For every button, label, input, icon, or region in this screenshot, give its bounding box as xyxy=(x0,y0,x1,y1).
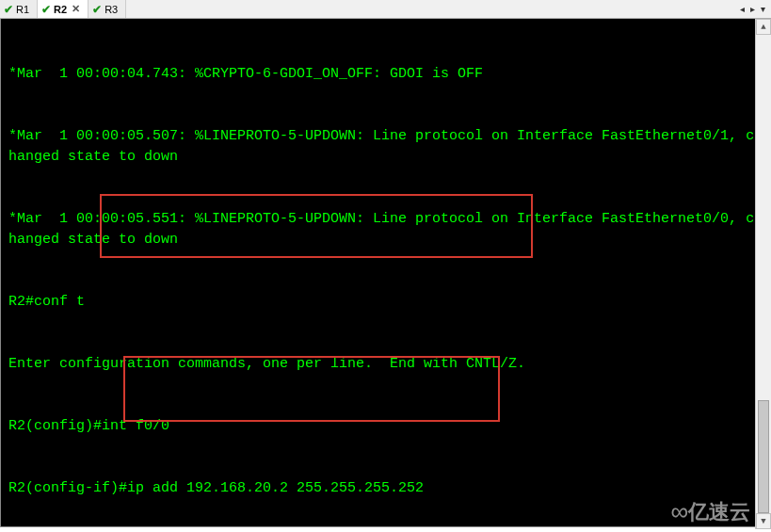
scroll-up-icon[interactable]: ▲ xyxy=(756,19,771,35)
tab-r2[interactable]: ✔ R2 ✕ xyxy=(38,0,88,18)
check-icon: ✔ xyxy=(92,3,102,16)
tab-nav: ◂ ▸ ▾ xyxy=(734,0,771,18)
scroll-down-icon[interactable]: ▼ xyxy=(756,513,771,529)
terminal-line: *Mar 1 00:00:04.743: %CRYPTO-6-GDOI_ON_O… xyxy=(8,64,763,85)
close-icon[interactable]: ✕ xyxy=(72,3,80,15)
tab-label: R1 xyxy=(16,4,29,15)
terminal-line: *Mar 1 00:00:05.551: %LINEPROTO-5-UPDOWN… xyxy=(8,209,763,250)
tab-label: R3 xyxy=(104,4,118,15)
check-icon: ✔ xyxy=(41,3,51,16)
tab-next-icon[interactable]: ▸ xyxy=(748,4,757,14)
scroll-thumb[interactable] xyxy=(758,400,769,513)
terminal-output[interactable]: *Mar 1 00:00:04.743: %CRYPTO-6-GDOI_ON_O… xyxy=(0,19,771,527)
tab-label: R2 xyxy=(54,4,67,15)
watermark: ∞ 亿速云 xyxy=(670,497,750,526)
watermark-logo-icon: ∞ xyxy=(670,497,683,526)
terminal-line: Enter configuration commands, one per li… xyxy=(8,354,763,375)
terminal-line: R2(config-if)#ip add 192.168.20.2 255.25… xyxy=(8,478,763,499)
terminal-line: *Mar 1 00:00:05.507: %LINEPROTO-5-UPDOWN… xyxy=(8,126,763,168)
terminal-line: R2(config)#int f0/0 xyxy=(8,416,763,437)
tab-prev-icon[interactable]: ◂ xyxy=(738,4,747,14)
scrollbar[interactable]: ▲ ▼ xyxy=(755,19,771,529)
tab-bar: ✔ R1 ✔ R2 ✕ ✔ R3 ◂ ▸ ▾ xyxy=(0,0,771,19)
watermark-text: 亿速云 xyxy=(688,498,750,526)
tab-r3[interactable]: ✔ R3 xyxy=(88,0,126,18)
check-icon: ✔ xyxy=(4,3,13,16)
tab-menu-icon[interactable]: ▾ xyxy=(759,4,767,14)
scroll-track[interactable] xyxy=(756,35,771,513)
tab-r1[interactable]: ✔ R1 xyxy=(0,0,38,18)
terminal-line: R2#conf t xyxy=(8,292,763,313)
